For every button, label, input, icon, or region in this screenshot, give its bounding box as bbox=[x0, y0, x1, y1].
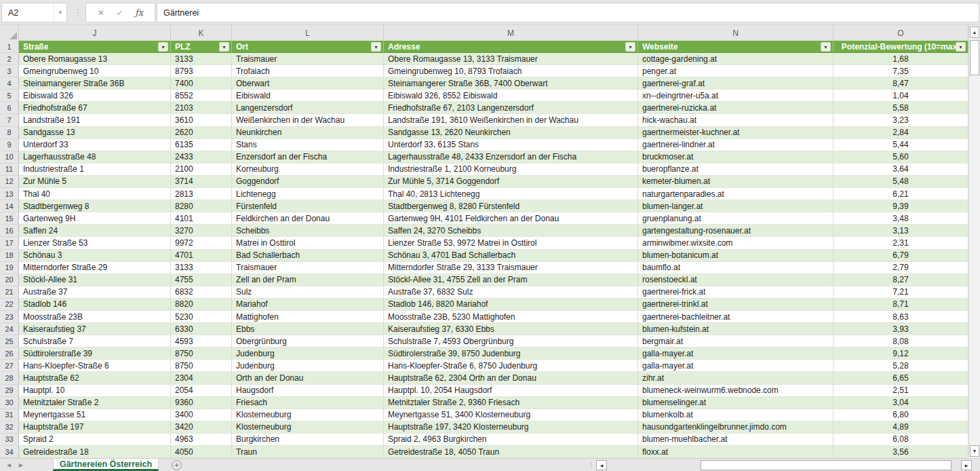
cell-O18[interactable]: 6,79 bbox=[834, 250, 968, 262]
cell-J21[interactable]: Austraße 37 bbox=[19, 286, 171, 299]
table-header-L[interactable]: Ort▼ bbox=[232, 41, 384, 53]
cell-J20[interactable]: Stöckl-Allee 31 bbox=[19, 274, 171, 286]
row-number-4[interactable]: 4 bbox=[0, 77, 19, 90]
cell-O10[interactable]: 5,60 bbox=[834, 151, 968, 164]
cell-M24[interactable]: Kaiseraufstieg 37, 6330 Ebbs bbox=[384, 323, 638, 335]
cell-J5[interactable]: Eibiswald 326 bbox=[19, 90, 171, 102]
scroll-left-icon[interactable]: ◀ bbox=[596, 460, 607, 470]
cell-O31[interactable]: 6,80 bbox=[834, 409, 968, 421]
row-number-10[interactable]: 10 bbox=[0, 151, 19, 164]
cell-N13[interactable]: naturgartenparadies.at bbox=[638, 188, 834, 200]
name-box-dropdown-icon[interactable]: ▾ bbox=[54, 3, 66, 22]
cell-L3[interactable]: Trofaiach bbox=[232, 65, 384, 77]
cell-K23[interactable]: 5230 bbox=[171, 311, 232, 323]
cell-K9[interactable]: 6135 bbox=[171, 139, 232, 151]
cell-K19[interactable]: 3133 bbox=[171, 262, 232, 274]
cell-L10[interactable]: Enzersdorf an der Fischa bbox=[232, 151, 384, 164]
cell-M27[interactable]: Hans-Kloepfer-Straße 6, 8750 Judenburg bbox=[384, 360, 638, 372]
cell-M12[interactable]: Zur Mühle 5, 3714 Goggendorf bbox=[384, 176, 638, 188]
filter-dropdown-icon[interactable]: ▼ bbox=[625, 42, 635, 52]
cell-L28[interactable]: Orth an der Donau bbox=[232, 372, 384, 384]
cell-J32[interactable]: Hauptstraße 197 bbox=[19, 421, 171, 434]
cell-L22[interactable]: Mariahof bbox=[232, 299, 384, 311]
cell-J7[interactable]: Landstraße 191 bbox=[19, 114, 171, 126]
select-all-button[interactable] bbox=[0, 25, 19, 41]
cell-L13[interactable]: Lichtenegg bbox=[232, 188, 384, 200]
table-header-K[interactable]: PLZ▼ bbox=[171, 41, 232, 53]
cell-O23[interactable]: 8,63 bbox=[834, 311, 968, 323]
cell-L25[interactable]: Obergrünburg bbox=[232, 335, 384, 347]
cell-L5[interactable]: Eibiswald bbox=[232, 90, 384, 102]
cell-J6[interactable]: Friedhofstraße 67 bbox=[19, 102, 171, 114]
cell-O27[interactable]: 5,28 bbox=[834, 360, 968, 372]
previous-sheet-icon[interactable]: ◀ bbox=[7, 459, 11, 471]
cell-M32[interactable]: Hauptstraße 197, 3420 Klosterneuburg bbox=[384, 421, 638, 434]
cell-J22[interactable]: Stadlob 146 bbox=[19, 299, 171, 311]
cell-M34[interactable]: Getreidestraße 18, 4050 Traun bbox=[384, 446, 638, 458]
cell-M18[interactable]: Schönau 3, 4701 Bad Schallerbach bbox=[384, 250, 638, 262]
cell-N25[interactable]: bergmair.at bbox=[638, 335, 834, 347]
row-number-23[interactable]: 23 bbox=[0, 311, 19, 323]
row-number-9[interactable]: 9 bbox=[0, 139, 19, 151]
cell-N27[interactable]: galla-mayer.at bbox=[638, 360, 834, 372]
cell-M23[interactable]: Moosstraße 23B, 5230 Mattighofen bbox=[384, 311, 638, 323]
cell-M30[interactable]: Metnitztaler Straße 2, 9360 Friesach bbox=[384, 397, 638, 409]
cell-N15[interactable]: gruenplanung.at bbox=[638, 212, 834, 225]
table-header-O[interactable]: Potenzial-Bewertung (10=max)▼ bbox=[834, 41, 968, 53]
cell-K5[interactable]: 8552 bbox=[171, 90, 232, 102]
cell-M8[interactable]: Sandgasse 13, 2620 Neunkirchen bbox=[384, 127, 638, 139]
cell-N20[interactable]: rosenstoeckl.at bbox=[638, 274, 834, 286]
cell-L16[interactable]: Scheibbs bbox=[232, 225, 384, 237]
cell-M5[interactable]: Eibiswald 326, 8552 Eibiswald bbox=[384, 90, 638, 102]
cell-N32[interactable]: hausundgartenklingelbrunner.jimdo.com bbox=[638, 421, 834, 434]
cell-M22[interactable]: Stadlob 146, 8820 Mariahof bbox=[384, 299, 638, 311]
scroll-down-icon[interactable]: ▼ bbox=[970, 445, 979, 457]
cell-N23[interactable]: gaertnerei-bachleitner.at bbox=[638, 311, 834, 323]
cell-L23[interactable]: Mattighofen bbox=[232, 311, 384, 323]
cell-N12[interactable]: kemeter-blumen.at bbox=[638, 176, 834, 188]
cell-K31[interactable]: 3400 bbox=[171, 409, 232, 421]
cell-M31[interactable]: Meynertgasse 51, 3400 Klosterneuburg bbox=[384, 409, 638, 421]
cell-M25[interactable]: Schulstraße 7, 4593 Obergrünburg bbox=[384, 335, 638, 347]
insert-function-icon[interactable]: ƒx bbox=[135, 7, 143, 18]
cell-K3[interactable]: 8793 bbox=[171, 65, 232, 77]
cell-L9[interactable]: Stans bbox=[232, 139, 384, 151]
name-box[interactable]: A2 ▾ bbox=[1, 3, 67, 22]
row-number-20[interactable]: 20 bbox=[0, 274, 19, 286]
cell-L12[interactable]: Goggendorf bbox=[232, 176, 384, 188]
cell-M11[interactable]: Industriestraße 1, 2100 Korneuburg bbox=[384, 164, 638, 176]
cell-M13[interactable]: Thal 40, 2813 Lichtenegg bbox=[384, 188, 638, 200]
cell-J26[interactable]: Südtirolerstraße 39 bbox=[19, 347, 171, 360]
filter-dropdown-icon[interactable]: ▼ bbox=[956, 42, 966, 52]
column-letter-N[interactable]: N bbox=[638, 25, 834, 41]
cell-O11[interactable]: 3,64 bbox=[834, 164, 968, 176]
row-number-30[interactable]: 30 bbox=[0, 397, 19, 409]
row-number-25[interactable]: 25 bbox=[0, 335, 19, 347]
cell-L24[interactable]: Ebbs bbox=[232, 323, 384, 335]
cell-L30[interactable]: Friesach bbox=[232, 397, 384, 409]
cell-O16[interactable]: 3,13 bbox=[834, 225, 968, 237]
scrollbar-drag-handle-icon[interactable]: ⋮ bbox=[587, 459, 595, 471]
cell-N7[interactable]: hick-wachau.at bbox=[638, 114, 834, 126]
row-number-22[interactable]: 22 bbox=[0, 299, 19, 311]
cell-M2[interactable]: Obere Romaugasse 13, 3133 Traismauer bbox=[384, 53, 638, 65]
cell-J8[interactable]: Sandgasse 13 bbox=[19, 127, 171, 139]
cell-M19[interactable]: Mitterndorfer Straße 29, 3133 Traismauer bbox=[384, 262, 638, 274]
cell-N29[interactable]: blumeneck-weinwurm6.webnode.com bbox=[638, 385, 834, 397]
cell-O20[interactable]: 8,27 bbox=[834, 274, 968, 286]
cell-J19[interactable]: Mitterndorfer Straße 29 bbox=[19, 262, 171, 274]
column-letter-M[interactable]: M bbox=[384, 25, 638, 41]
cell-O29[interactable]: 2,51 bbox=[834, 385, 968, 397]
cell-O22[interactable]: 8,71 bbox=[834, 299, 968, 311]
row-number-18[interactable]: 18 bbox=[0, 250, 19, 262]
cell-L6[interactable]: Langenzersdorf bbox=[232, 102, 384, 114]
cell-N10[interactable]: bruckmoser.at bbox=[638, 151, 834, 164]
cell-J4[interactable]: Steinamangerer Straße 36B bbox=[19, 77, 171, 90]
table-header-J[interactable]: Straße▼ bbox=[19, 41, 171, 53]
row-number-11[interactable]: 11 bbox=[0, 164, 19, 176]
cell-K18[interactable]: 4701 bbox=[171, 250, 232, 262]
cell-O28[interactable]: 6,65 bbox=[834, 372, 968, 384]
sheet-tab-active[interactable]: Gärtnereien Österreich bbox=[53, 459, 159, 471]
cell-K34[interactable]: 4050 bbox=[171, 446, 232, 458]
row-number-33[interactable]: 33 bbox=[0, 434, 19, 446]
